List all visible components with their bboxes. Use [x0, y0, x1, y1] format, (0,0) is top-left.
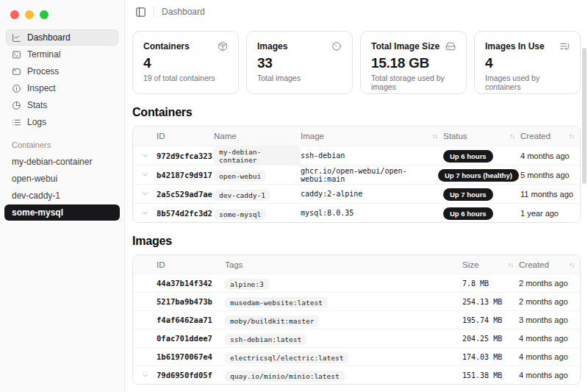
image-row[interactable]: 44a37b14f342 alpine:3 7.8 MB 2 months ag…	[133, 274, 580, 292]
sidebar-item-label: Inspect	[27, 83, 56, 93]
column-header-name[interactable]: Name	[214, 132, 301, 140]
sidebar-item-stats[interactable]: Stats	[6, 97, 118, 113]
column-header-id[interactable]: ID	[157, 132, 214, 140]
image-row[interactable]: 1b61970067e4 electricsql/electric:latest…	[133, 347, 580, 366]
container-status-cell: Up 6 hours	[443, 149, 520, 163]
image-row[interactable]: 0fac701ddee7 ssh-debian:latest 204.25 MB…	[133, 329, 580, 347]
sort-icon[interactable]: ↑↓	[509, 132, 520, 140]
expand-row-button[interactable]	[133, 171, 157, 179]
container-row[interactable]: b42187c9d917 open-webui ghcr.io/open-web…	[133, 165, 580, 184]
chart-line-icon	[12, 33, 21, 43]
image-tag-pill: musedam-website:latest	[225, 297, 328, 308]
images-table-header: ID Tags Size ↑↓ Created ↑↓	[133, 255, 580, 274]
sidebar-item-label: Process	[27, 66, 59, 76]
image-id: 79d6950fd05f	[157, 371, 225, 379]
container-row[interactable]: 972d9cfca323 my-debian-container ssh-deb…	[133, 146, 580, 165]
image-created: 2 months ago	[519, 297, 580, 306]
sort-icon[interactable]: ↑↓	[569, 261, 580, 268]
sidebar-section-label: Containers	[12, 140, 124, 149]
window-icon	[12, 67, 21, 76]
image-row[interactable]: f4af6462aa71 moby/buildkit:master 195.74…	[133, 310, 580, 329]
info-icon	[12, 84, 21, 93]
disc-icon	[331, 41, 342, 51]
image-created: 4 months ago	[519, 334, 580, 343]
container-row[interactable]: 8b574d2fc3d2 some-mysql mysql:8.0.35 Up …	[133, 203, 580, 222]
sidebar-item-label: Stats	[27, 100, 47, 110]
image-id: 5217ba9b473b	[157, 297, 225, 306]
close-window-button[interactable]	[10, 10, 19, 19]
sidebar-item-logs[interactable]: Logs	[6, 114, 118, 130]
column-header-size[interactable]: Size ↑↓	[462, 260, 519, 269]
zoom-window-button[interactable]	[40, 10, 49, 19]
sidebar-item-terminal[interactable]: Terminal	[6, 46, 118, 63]
stat-card-value: 33	[257, 55, 342, 71]
images-section-title: Images	[132, 235, 581, 248]
image-row[interactable]: 79d6950fd05f quay.io/minio/minio:latest …	[133, 366, 580, 384]
sidebar-item-label: Dashboard	[27, 32, 71, 43]
image-id: 1b61970067e4	[157, 352, 225, 361]
stat-card-value: 4	[143, 55, 228, 71]
container-name-cell: open-webui	[214, 168, 301, 182]
stat-card-images-in-use: Images In Use 4 Images used by container…	[474, 31, 581, 94]
container-created: 5 months ago	[520, 171, 580, 179]
chevron-down-icon	[141, 171, 149, 179]
status-badge: Up 6 hours	[443, 207, 493, 220]
image-tags-cell: ssh-debian:latest	[225, 332, 462, 345]
stat-card-images: Images 33 Total images	[246, 31, 353, 94]
image-tag-pill: moby/buildkit:master	[225, 316, 319, 327]
container-name-pill: open-webui	[214, 171, 266, 182]
sidebar-container-open-webui[interactable]: open-webui	[4, 171, 120, 187]
sidebar-container-my-debian-container[interactable]: my-debian-container	[4, 154, 120, 170]
expand-row-button[interactable]	[133, 209, 157, 217]
container-name-pill: some-mysql	[214, 209, 266, 220]
minimize-window-button[interactable]	[25, 10, 34, 19]
image-id: 44a37b14f342	[157, 279, 225, 288]
sidebar-container-dev-caddy-1[interactable]: dev-caddy-1	[4, 188, 120, 204]
stat-card-containers: Containers 4 19 of total containers	[132, 31, 239, 94]
sidebar-item-label: Logs	[27, 117, 46, 127]
sort-icon[interactable]: ↑↓	[508, 261, 519, 268]
image-tag-pill: alpine:3	[225, 279, 269, 290]
topbar-divider	[154, 7, 154, 17]
sidebar-item-dashboard[interactable]: Dashboard	[6, 29, 118, 46]
container-id: 2a5c529ad7ae	[157, 190, 214, 199]
hard-drive-icon	[445, 41, 456, 51]
container-image: ghcr.io/open-webui/open-webui:main	[301, 167, 443, 183]
chevron-down-icon	[141, 209, 149, 217]
sort-icon[interactable]: ↑↓	[569, 132, 580, 140]
container-created: 1 year ago	[520, 209, 580, 218]
sidebar-toggle-icon[interactable]	[135, 7, 146, 18]
stat-card-title: Total Image Size	[371, 41, 440, 51]
column-header-id[interactable]: ID	[157, 260, 225, 269]
expand-row-button[interactable]	[133, 371, 157, 379]
sort-icon[interactable]: ↑↓	[432, 132, 443, 140]
stat-card-subtitle: Images used by containers	[485, 74, 570, 91]
topbar: Dashboard	[125, 0, 588, 24]
image-id: f4af6462aa71	[157, 316, 225, 324]
container-row[interactable]: 2a5c529ad7ae dev-caddy-1 caddy:2-alpine …	[133, 184, 580, 203]
column-header-created[interactable]: Created ↑↓	[520, 132, 580, 140]
sidebar-item-process[interactable]: Process	[6, 63, 118, 79]
vertical-scrollbar[interactable]	[582, 48, 587, 184]
image-tags-cell: electricsql/electric:latest	[225, 350, 462, 363]
container-id: b42187c9d917	[157, 171, 214, 179]
sidebar-item-inspect[interactable]: Inspect	[6, 80, 118, 96]
list-icon	[12, 118, 21, 127]
status-badge: Up 7 hours (healthy)	[438, 169, 519, 182]
container-status-cell: Up 7 hours	[443, 187, 520, 201]
chevron-down-icon	[141, 190, 149, 198]
image-size: 174.03 MB	[462, 353, 519, 361]
expand-row-button[interactable]	[133, 152, 157, 160]
stat-card-title: Images	[257, 41, 287, 51]
image-id: 0fac701ddee7	[157, 334, 225, 343]
column-header-created[interactable]: Created ↑↓	[519, 260, 580, 269]
image-created: 4 months ago	[519, 352, 580, 361]
column-header-tags[interactable]: Tags	[225, 260, 462, 269]
stat-card-total-image-size: Total Image Size 15.18 GB Total storage …	[360, 31, 467, 94]
container-image: ssh-debian	[301, 152, 443, 160]
expand-row-button[interactable]	[133, 190, 157, 198]
sidebar-container-some-mysql[interactable]: some-mysql	[4, 204, 120, 221]
column-header-status[interactable]: Status ↑↓	[443, 132, 520, 140]
column-header-image[interactable]: Image ↑↓	[301, 132, 443, 140]
image-row[interactable]: 5217ba9b473b musedam-website:latest 254.…	[133, 292, 580, 310]
